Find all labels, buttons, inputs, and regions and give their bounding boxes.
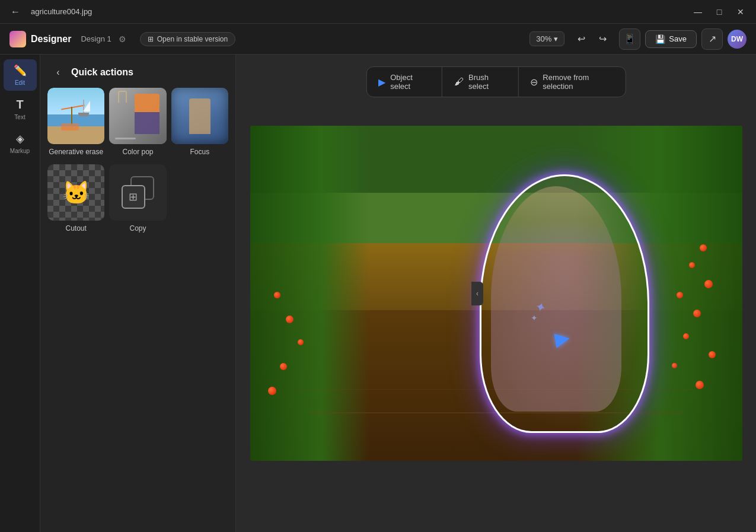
collapse-panel-button[interactable]: ‹ [471, 282, 483, 305]
color-pop-preview [109, 88, 166, 144]
object-select-icon: ▶ [378, 77, 385, 88]
undo-button[interactable]: ↩ [572, 30, 591, 49]
open-stable-icon: ⊞ [148, 35, 154, 43]
sidebar-item-markup-label: Markup [10, 148, 30, 154]
zoom-chevron-icon: ▾ [554, 34, 558, 43]
panel-header: ‹ Quick actions [40, 55, 235, 88]
action-card-color-pop[interactable]: Color pop [109, 88, 166, 160]
tomato-dot [689, 262, 695, 268]
remove-from-selection-button[interactable]: ⊖ Remove from selection [518, 67, 625, 97]
tomato-dot [696, 381, 704, 389]
minimize-icon: — [694, 7, 702, 17]
brand-logo [9, 31, 26, 47]
title-bar-filename: agriculture004.jpg [31, 7, 682, 16]
color-pop-ground [115, 138, 136, 139]
cutout-preview: 🐱 [47, 164, 104, 221]
panel-back-button[interactable]: ‹ [50, 64, 66, 81]
back-arrow-icon: ← [11, 7, 20, 17]
cutout-label: Cutout [65, 224, 86, 236]
brush-select-icon: 🖌 [454, 77, 464, 87]
canvas-image: ▶ ✦ ✦ [250, 126, 742, 461]
generative-erase-preview [47, 88, 104, 144]
zoom-control[interactable]: 30% ▾ [529, 31, 564, 46]
sidebar-item-markup[interactable]: ◈ Markup [4, 128, 37, 159]
canvas-area[interactable]: ▶ Object select 🖌 Brush select ⊖ Remove … [236, 55, 756, 532]
header-toolbar: Designer Design 1 ⚙ ⊞ Open in stable ver… [0, 24, 756, 55]
right-actions-group: 📱 💾 Save ↗ DW [619, 28, 747, 50]
close-button[interactable]: ✕ [732, 4, 749, 20]
copy-inner-icon: ⊞ [129, 190, 138, 203]
save-button[interactable]: 💾 Save [645, 30, 697, 48]
brand-logo-area: Designer [9, 31, 71, 47]
close-icon: ✕ [737, 7, 744, 17]
action-card-focus[interactable]: Focus [171, 88, 228, 160]
selection-toolbar: ▶ Object select 🖌 Brush select ⊖ Remove … [366, 66, 626, 97]
save-label: Save [669, 34, 687, 43]
auto-save-icon[interactable]: ⚙ [119, 34, 128, 44]
basketball-detail [118, 91, 127, 103]
sidebar-item-text-label: Text [14, 114, 25, 120]
redo-button[interactable]: ↪ [593, 30, 612, 49]
panel-back-icon: ‹ [56, 67, 59, 78]
avatar-initials: DW [731, 35, 743, 43]
tomato-dot [672, 363, 677, 368]
design-name[interactable]: Design 1 [81, 34, 111, 43]
open-stable-label: Open in stable version [157, 35, 228, 43]
maximize-icon: □ [717, 7, 722, 17]
undo-redo-group: ↩ ↪ [572, 30, 612, 49]
panel-title: Quick actions [71, 67, 133, 78]
main-layout: ✏️ Edit T Text ◈ Markup ‹ Quick actions [0, 55, 756, 532]
markup-icon: ◈ [16, 132, 24, 145]
quick-actions-grid: Generative erase Color pop [40, 88, 235, 246]
share-icon: ↗ [709, 33, 716, 44]
color-pop-person [135, 94, 160, 134]
tomato-dot [709, 351, 716, 358]
person-body-overlay [491, 186, 621, 412]
title-bar: ← agriculture004.jpg — □ ✕ [0, 0, 756, 24]
focus-vignette [171, 88, 228, 144]
action-card-cutout[interactable]: 🐱 Cutout [47, 164, 104, 236]
tomato-dot [274, 292, 280, 298]
redo-icon: ↪ [599, 33, 607, 44]
focus-preview [171, 88, 228, 144]
cutout-cat-emoji: 🐱 [50, 167, 101, 218]
remove-from-selection-label: Remove from selection [543, 73, 613, 91]
collapse-icon: ‹ [476, 289, 479, 298]
title-bar-controls: — □ ✕ [690, 4, 749, 20]
open-stable-version-button[interactable]: ⊞ Open in stable version [140, 32, 235, 46]
title-bar-back-button[interactable]: ← [7, 4, 24, 20]
tomato-dot [683, 333, 689, 339]
sparkle-small: ✦ [531, 313, 538, 323]
tomato-dot [700, 244, 707, 251]
left-sidebar: ✏️ Edit T Text ◈ Markup [0, 55, 40, 532]
remove-selection-icon: ⊖ [530, 77, 538, 88]
zoom-value: 30% [536, 34, 551, 43]
brush-select-button[interactable]: 🖌 Brush select [442, 67, 518, 97]
copy-preview: ⊞ [109, 164, 166, 221]
tomato-dot [677, 292, 683, 298]
tomato-plants-left [250, 126, 369, 461]
avatar[interactable]: DW [728, 30, 747, 49]
tomato-dot [280, 363, 287, 370]
color-pop-label: Color pop [122, 148, 153, 160]
maximize-button[interactable]: □ [711, 4, 728, 20]
tomato-dot [298, 339, 304, 345]
focus-label: Focus [190, 148, 209, 160]
object-select-label: Object select [390, 73, 430, 91]
edit-icon: ✏️ [14, 64, 27, 77]
action-card-generative-erase[interactable]: Generative erase [47, 88, 104, 160]
phone-preview-button[interactable]: 📱 [619, 28, 640, 50]
tomato-dot [268, 387, 276, 395]
generative-erase-label: Generative erase [49, 148, 103, 160]
copy-front-rect: ⊞ [122, 185, 145, 209]
tomato-dot [286, 316, 294, 323]
sidebar-item-edit[interactable]: ✏️ Edit [4, 59, 37, 91]
object-select-button[interactable]: ▶ Object select [366, 67, 442, 97]
share-button[interactable]: ↗ [701, 28, 723, 50]
minimize-button[interactable]: — [690, 4, 706, 20]
sidebar-item-text[interactable]: T Text [4, 93, 37, 125]
phone-icon: 📱 [624, 33, 636, 44]
copy-icon-wrapper: ⊞ [122, 176, 154, 209]
brand-name: Designer [31, 34, 71, 44]
action-card-copy[interactable]: ⊞ Copy [109, 164, 166, 236]
